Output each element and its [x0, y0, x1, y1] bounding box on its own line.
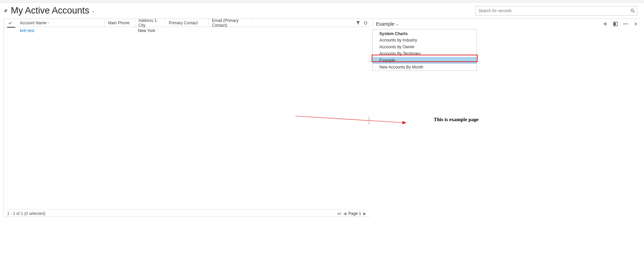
column-header-phone[interactable]: Main Phone [104, 19, 135, 27]
page-header: My Active Accounts ⌄ [0, 3, 644, 19]
add-chart-button[interactable] [603, 22, 608, 26]
svg-rect-3 [614, 23, 616, 25]
prev-page-button[interactable]: ◀ [343, 211, 346, 216]
chart-option-new-accounts-by-month[interactable]: New Accounts By Month [373, 64, 477, 71]
column-header-email[interactable]: Email (Primary Contact) [208, 19, 252, 27]
sort-asc-icon: ↑ [48, 21, 50, 25]
svg-point-4 [624, 24, 625, 25]
chart-dropdown: System Charts Accounts by IndustryAccoun… [372, 29, 477, 71]
grid-header: Account Name ↑ Main Phone Address 1: Cit… [4, 19, 370, 27]
chart-option-accounts-by-territories[interactable]: Accounts By Territories [373, 50, 477, 57]
filter-icon[interactable] [356, 21, 360, 25]
grid-body: knh test New York [4, 27, 370, 209]
collapse-chart-button[interactable] [634, 22, 637, 26]
chart-panel: Example ⌄ System Charts Accounts [370, 19, 640, 217]
chart-option-example[interactable]: Example [373, 57, 477, 64]
status-row: 1 - 1 of 1 (0 selected) ⏮ ◀ Page 1 ▶ [4, 210, 370, 217]
record-count: 1 - 1 of 1 (0 selected) [7, 211, 45, 216]
chart-selector[interactable]: Example ⌄ [373, 21, 399, 27]
column-header-name[interactable]: Account Name ↑ [17, 19, 104, 27]
chart-option-accounts-by-industry[interactable]: Accounts by Industry [373, 37, 477, 44]
chart-selected-label: Example [376, 21, 394, 27]
next-page-button[interactable]: ▶ [363, 211, 366, 216]
svg-point-6 [627, 24, 628, 25]
chart-option-accounts-by-owner[interactable]: Accounts by Owner [373, 44, 477, 50]
search-input[interactable] [475, 6, 637, 16]
column-header-contact[interactable]: Primary Contact [165, 19, 208, 27]
view-selector[interactable]: My Active Accounts ⌄ [11, 5, 95, 16]
first-page-button[interactable]: ⏮ [337, 211, 341, 216]
select-all-checkbox[interactable] [4, 19, 17, 27]
chart-toolbar [603, 22, 637, 26]
chevron-down-icon: ⌄ [91, 8, 95, 13]
chevron-down-icon: ⌄ [396, 22, 399, 26]
account-link[interactable]: knh test [20, 28, 34, 33]
column-header-city[interactable]: Address 1: City [135, 19, 165, 27]
expand-chart-button[interactable] [613, 22, 618, 26]
row-select-indicator [7, 27, 15, 28]
more-chart-button[interactable] [623, 22, 628, 26]
grid-panel: Account Name ↑ Main Phone Address 1: Cit… [3, 19, 370, 217]
refresh-icon[interactable] [364, 21, 368, 25]
chart-body-text: This is example page [434, 117, 479, 122]
chart-header: Example ⌄ [370, 19, 640, 29]
pin-icon[interactable] [3, 8, 8, 13]
splitter-handle[interactable] [369, 117, 370, 124]
svg-point-5 [625, 24, 626, 25]
table-row[interactable]: knh test New York [4, 27, 370, 34]
view-title-text: My Active Accounts [11, 5, 89, 16]
page-label: Page 1 [348, 211, 361, 216]
cell-city: New York [135, 28, 165, 33]
search-wrap [475, 6, 637, 16]
top-divider [0, 0, 644, 3]
dropdown-section-title: System Charts [373, 29, 477, 37]
pager: ⏮ ◀ Page 1 ▶ [337, 211, 366, 216]
